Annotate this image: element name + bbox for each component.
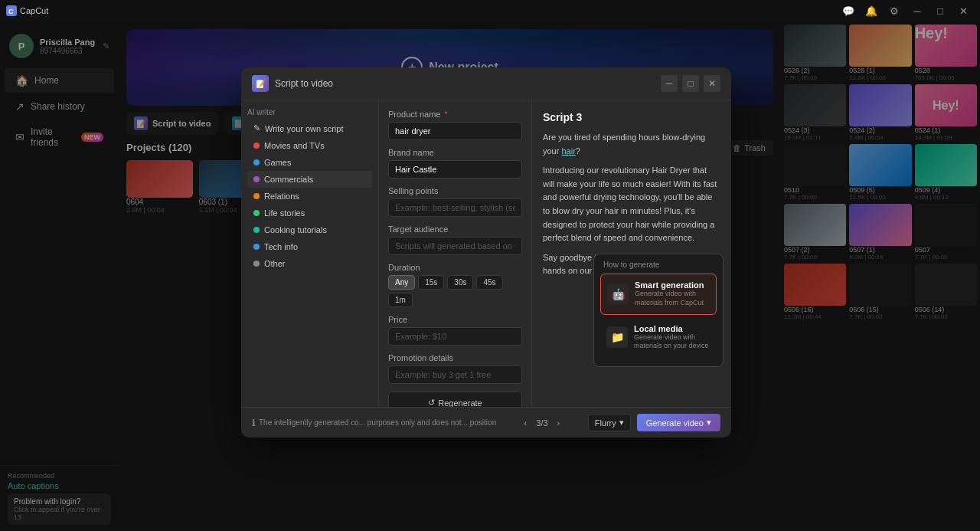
- target-audience-input[interactable]: [388, 237, 522, 255]
- generate-video-chevron: ▾: [707, 418, 711, 428]
- tech-label: Tech info: [264, 242, 298, 251]
- local-media-name: Local media: [634, 324, 710, 333]
- generate-video-button[interactable]: Generate video ▾: [637, 414, 720, 431]
- write-icon: ✎: [253, 123, 260, 133]
- other-dot: [253, 261, 260, 267]
- duration-45s[interactable]: 45s: [476, 275, 502, 290]
- script-para-1: Are you tired of spending hours blow-dry…: [543, 131, 720, 158]
- movies-dot: [253, 143, 260, 149]
- local-media-text: Local media Generate video with material…: [634, 324, 710, 351]
- smart-generation-option[interactable]: 🤖 Smart generation Generate video with m…: [600, 274, 717, 314]
- other-item[interactable]: Other: [247, 255, 372, 272]
- duration-buttons: Any 15s 30s 45s 1m: [388, 275, 522, 307]
- games-item[interactable]: Games: [247, 154, 372, 171]
- script-navigation: ‹ 3/3 ›: [521, 417, 564, 429]
- dialog-script-area: Script 3 Are you tired of spending hours…: [532, 100, 731, 407]
- script-to-video-dialog: 📝 Script to video ─ □ ✕ AI writer ✎ Writ…: [241, 67, 731, 438]
- svg-text:C: C: [8, 8, 14, 15]
- dialog-title: Script to video: [275, 78, 333, 89]
- script-link[interactable]: hair: [561, 146, 575, 156]
- selling-points-label: Selling points: [388, 186, 522, 195]
- selling-points-input[interactable]: [388, 198, 522, 217]
- ai-writer-section: AI writer ✎ Write your own script Movies…: [241, 100, 378, 275]
- brand-name-input[interactable]: [388, 160, 522, 179]
- regenerate-label: Regenerate: [438, 398, 482, 408]
- target-audience-field: Target audience: [388, 225, 522, 255]
- duration-1m[interactable]: 1m: [388, 293, 413, 307]
- maximize-btn[interactable]: □: [929, 0, 951, 21]
- dialog-controls: ─ □ ✕: [661, 75, 720, 92]
- flurry-selector[interactable]: Flurry ▾: [588, 414, 631, 431]
- movies-label: Movies and TVs: [264, 141, 325, 150]
- commercials-label: Commercials: [264, 175, 313, 184]
- cooking-dot: [253, 227, 260, 233]
- product-name-label: Product name *: [388, 110, 522, 119]
- local-media-desc: Generate video with materials on your de…: [634, 333, 710, 351]
- dialog-icon: 📝: [252, 75, 269, 92]
- brand-name-label: Brand name: [388, 148, 522, 157]
- relations-item[interactable]: Relations: [247, 188, 372, 205]
- promo-field: Promotion details: [388, 353, 522, 384]
- gen-popup-title: How to generate: [600, 261, 717, 269]
- duration-30s[interactable]: 30s: [447, 275, 473, 290]
- games-label: Games: [264, 158, 291, 167]
- notification-btn[interactable]: 🔔: [861, 0, 882, 21]
- target-audience-label: Target audience: [388, 225, 522, 234]
- commercials-dot: [253, 176, 260, 182]
- commercials-item[interactable]: Commercials: [247, 171, 372, 188]
- write-own-label: Write your own script: [265, 124, 344, 133]
- settings-btn[interactable]: ⚙: [884, 0, 905, 21]
- duration-any[interactable]: Any: [388, 275, 415, 290]
- duration-field: Duration Any 15s 30s 45s 1m: [388, 263, 522, 307]
- dialog-minimize-btn[interactable]: ─: [661, 75, 678, 92]
- duration-15s[interactable]: 15s: [418, 275, 444, 290]
- dialog-body: AI writer ✎ Write your own script Movies…: [241, 100, 731, 407]
- relations-label: Relations: [264, 192, 299, 201]
- dialog-left-panel: AI writer ✎ Write your own script Movies…: [241, 100, 379, 407]
- smart-gen-icon: 🤖: [607, 284, 629, 305]
- price-field: Price: [388, 315, 522, 346]
- footer-info: ℹ The intelligently generated co... purp…: [252, 418, 496, 428]
- tech-item[interactable]: Tech info: [247, 238, 372, 255]
- product-name-input[interactable]: [388, 122, 522, 140]
- info-icon: ℹ: [252, 418, 256, 428]
- dialog-title-left: 📝 Script to video: [252, 75, 333, 92]
- relations-dot: [253, 193, 260, 199]
- flurry-label: Flurry: [595, 418, 616, 428]
- write-own-script-item[interactable]: ✎ Write your own script: [247, 120, 372, 137]
- smart-gen-text: Smart generation Generate video with mat…: [635, 280, 710, 307]
- next-script-btn[interactable]: ›: [554, 417, 564, 429]
- message-btn[interactable]: 💬: [838, 0, 859, 21]
- movies-tvs-item[interactable]: Movies and TVs: [247, 137, 372, 154]
- prev-script-btn[interactable]: ‹: [521, 417, 531, 429]
- script-title: Script 3: [543, 111, 720, 123]
- dialog-form: Product name * Brand name Selling points…: [379, 100, 532, 407]
- window-controls: 💬 🔔 ⚙ ─ □ ✕: [838, 0, 974, 21]
- dialog-close-btn[interactable]: ✕: [704, 75, 720, 92]
- local-media-icon: 📁: [606, 326, 628, 348]
- life-stories-label: Life stories: [264, 208, 305, 218]
- dialog-expand-btn[interactable]: □: [682, 75, 699, 92]
- script-counter: 3/3: [536, 418, 547, 428]
- local-media-option[interactable]: 📁 Local media Generate video with materi…: [600, 318, 717, 357]
- cooking-label: Cooking tutorials: [264, 225, 327, 234]
- selling-points-field: Selling points: [388, 186, 522, 217]
- generate-video-label: Generate video: [646, 418, 704, 428]
- promo-input[interactable]: [388, 365, 522, 384]
- price-input[interactable]: [388, 327, 522, 346]
- dialog-titlebar: 📝 Script to video ─ □ ✕: [241, 67, 731, 100]
- smart-gen-desc: Generate video with materials from CapCu…: [635, 290, 710, 307]
- minimize-btn[interactable]: ─: [906, 0, 928, 21]
- regenerate-button[interactable]: ↺ Regenerate: [388, 392, 522, 407]
- ai-writer-label: AI writer: [247, 108, 372, 116]
- price-label: Price: [388, 315, 522, 324]
- product-name-field: Product name *: [388, 110, 522, 140]
- flurry-dropdown-icon: ▾: [619, 418, 624, 428]
- other-label: Other: [264, 259, 286, 268]
- close-btn[interactable]: ✕: [952, 0, 974, 21]
- cooking-item[interactable]: Cooking tutorials: [247, 221, 372, 238]
- required-mark: *: [445, 110, 448, 119]
- life-stories-item[interactable]: Life stories: [247, 205, 372, 221]
- smart-gen-name: Smart generation: [635, 280, 710, 290]
- app-logo: C CapCut: [6, 5, 48, 16]
